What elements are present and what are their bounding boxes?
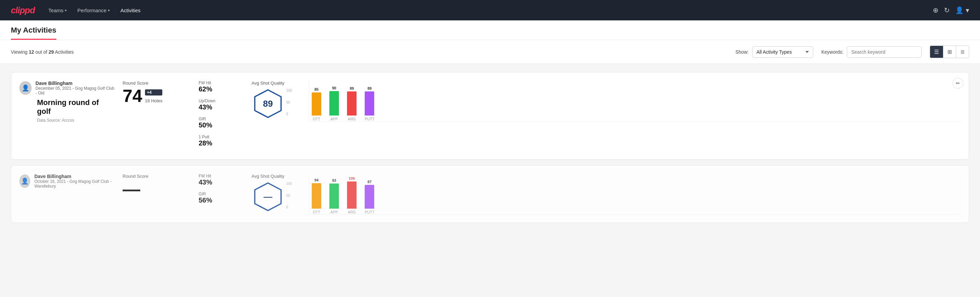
round-score-label-1: Round Score <box>123 81 191 86</box>
quality-hexagon-1: 89 <box>253 88 283 119</box>
bar-cat-putt-1: PUTT <box>365 117 375 121</box>
bar-chart-1: 100 50 0 85 OTT 90 APP <box>296 81 961 121</box>
quality-label-2: Avg Shot Quality <box>251 174 285 179</box>
activity-title-1: Morning round of golf <box>37 98 115 116</box>
gir-value-1: 50% <box>199 121 239 129</box>
bar-group-app-1: 90 APP <box>329 86 339 121</box>
one-putt-group-1: 1 Putt 28% <box>199 134 239 147</box>
data-source-1: Data Source: Arccos <box>37 118 115 123</box>
fw-gir-stats-1: FW Hit 62% Up/Down 43% GIR 50% 1 Putt 28… <box>199 81 239 151</box>
bar-cat-app-1: APP <box>330 117 338 121</box>
avg-shot-quality-2: Avg Shot Quality — <box>248 174 288 212</box>
detail-view-button[interactable]: ≣ <box>956 46 969 58</box>
fw-gir-stats-2: FW Hit 43% GIR 56% <box>199 174 239 208</box>
page-title: My Activities <box>11 26 56 40</box>
list-view-button[interactable]: ☰ <box>930 46 943 58</box>
page-header: My Activities <box>0 21 980 40</box>
bar-cat-ott-2: OTT <box>313 210 320 214</box>
keyword-filter-group: Keywords: <box>821 46 921 58</box>
bars-container-1: 85 OTT 90 APP 89 ARG <box>309 81 961 121</box>
grid-view-button[interactable]: ⊞ <box>943 46 956 58</box>
round-score-2: Round Score — <box>123 174 191 201</box>
activity-type-select[interactable]: All Activity Types <box>752 46 813 58</box>
nav-teams[interactable]: Teams ▾ <box>49 8 67 13</box>
bar-app-1 <box>329 91 339 115</box>
bar-group-putt-2: 87 PUTT <box>365 180 375 214</box>
search-input[interactable] <box>847 46 921 58</box>
viewing-total: 29 <box>49 49 54 55</box>
bar-app-2 <box>329 184 339 209</box>
activity-card-1: ✏ 👤 Dave Billingham December 05, 2021 - … <box>11 72 969 160</box>
bar-chart-2: 100 50 0 94 OTT 93 APP <box>296 174 961 214</box>
user-avatar-icon[interactable]: 👤 ▾ <box>955 6 969 14</box>
chevron-down-icon: ▾ <box>65 8 67 12</box>
bar-cat-ott-1: OTT <box>313 117 320 121</box>
show-label: Show: <box>735 49 749 55</box>
show-filter-group: Show: All Activity Types <box>735 46 813 58</box>
bar-cat-putt-2: PUTT <box>365 210 375 214</box>
bar-value-ott-1: 85 <box>315 87 318 91</box>
bar-value-app-2: 93 <box>332 179 336 182</box>
score-row-1: 74 +4 18 Holes <box>123 87 191 105</box>
card-user-info-2: 👤 Dave Billingham October 16, 2021 - Gog… <box>19 174 115 191</box>
quality-hexagon-2: — <box>253 182 283 212</box>
user-details-1: Dave Billingham December 05, 2021 - Gog … <box>36 81 115 96</box>
quality-score-1: 89 <box>263 99 273 109</box>
avatar-1: 👤 <box>19 81 32 95</box>
bar-cat-arg-1: ARG <box>348 117 356 121</box>
nav-right: ⊕ ↻ 👤 ▾ <box>933 6 969 14</box>
bar-ott-2 <box>312 183 321 209</box>
score-right-col: +4 18 Holes <box>145 89 162 105</box>
fw-hit-group-1: FW Hit 62% <box>199 81 239 93</box>
activity-card-2: 👤 Dave Billingham October 16, 2021 - Gog… <box>11 165 969 223</box>
user-date-1: December 05, 2021 - Gog Magog Golf Club … <box>36 86 115 96</box>
gir-label-1: GIR <box>199 117 239 121</box>
fw-hit-label-2: FW Hit <box>199 174 239 179</box>
gir-label-2: GIR <box>199 192 239 196</box>
bar-value-arg-2: 106 <box>349 176 355 180</box>
fw-hit-value-1: 62% <box>199 85 239 93</box>
app-logo[interactable]: clippd <box>11 5 35 16</box>
up-down-value-1: 43% <box>199 103 239 111</box>
bar-value-putt-1: 89 <box>368 86 371 90</box>
viewing-number: 12 <box>29 49 34 55</box>
bar-cat-arg-2: ARG <box>348 210 356 214</box>
bar-group-ott-2: 94 OTT <box>312 178 321 214</box>
user-details-2: Dave Billingham October 16, 2021 - Gog M… <box>34 174 115 188</box>
score-row-2: — <box>123 180 191 198</box>
nav-activities[interactable]: Activities <box>121 8 141 13</box>
bar-arg-2 <box>347 182 356 209</box>
bar-group-ott-1: 85 OTT <box>312 87 321 121</box>
bars-container-2: 94 OTT 93 APP 106 ARG <box>309 174 961 214</box>
add-circle-icon[interactable]: ⊕ <box>933 6 939 14</box>
bar-group-putt-1: 89 PUTT <box>365 86 375 121</box>
fw-hit-value-2: 43% <box>199 179 239 186</box>
bar-group-arg-1: 89 ARG <box>347 86 356 121</box>
one-putt-value-1: 28% <box>199 139 239 147</box>
bar-ott-1 <box>312 93 321 115</box>
chart-outer-1: 100 50 0 85 OTT 90 APP <box>296 81 961 121</box>
nav-performance[interactable]: Performance ▾ <box>78 8 110 13</box>
chart-outer-2: 100 50 0 94 OTT 93 APP <box>296 174 961 214</box>
view-toggle: ☰ ⊞ ≣ <box>930 46 969 58</box>
fw-hit-group-2: FW Hit 43% <box>199 174 239 186</box>
bar-putt-2 <box>365 185 374 209</box>
viewing-count-text: Viewing 12 out of 29 Activities <box>11 49 74 55</box>
bar-group-app-2: 93 APP <box>329 179 339 214</box>
y-axis-labels-2: 100 50 0 <box>286 182 292 209</box>
score-number-1: 74 <box>123 87 142 105</box>
score-badge-1: +4 <box>145 89 162 96</box>
bar-cat-app-2: APP <box>330 210 338 214</box>
bar-value-ott-2: 94 <box>315 178 318 182</box>
user-row-1: 👤 Dave Billingham December 05, 2021 - Go… <box>19 81 115 96</box>
bar-value-arg-1: 89 <box>350 86 354 90</box>
y-axis-labels-1: 100 50 0 <box>286 89 292 116</box>
one-putt-label-1: 1 Putt <box>199 134 239 139</box>
activities-content: ✏ 👤 Dave Billingham December 05, 2021 - … <box>0 64 980 236</box>
fw-hit-label-1: FW Hit <box>199 81 239 85</box>
gir-group-1: GIR 50% <box>199 117 239 129</box>
bar-arg-1 <box>347 91 356 115</box>
bar-value-putt-2: 87 <box>368 180 371 184</box>
gir-group-2: GIR 56% <box>199 192 239 204</box>
refresh-icon[interactable]: ↻ <box>944 6 950 14</box>
